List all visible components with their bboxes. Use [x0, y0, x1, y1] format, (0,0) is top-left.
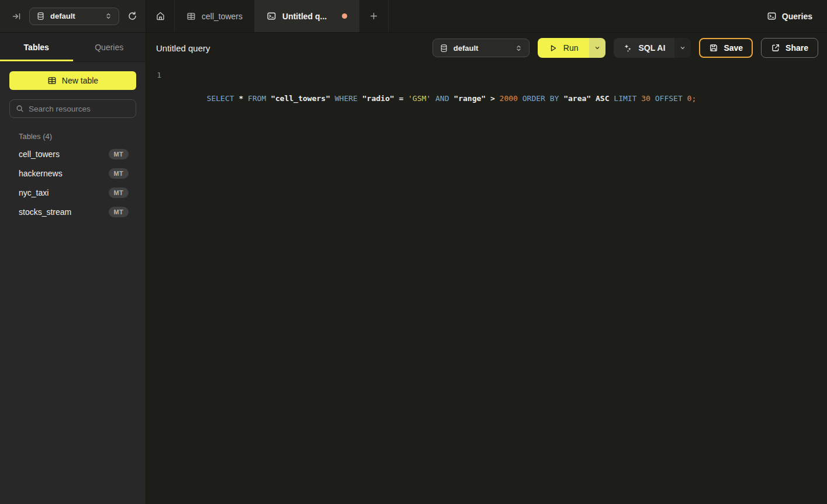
- tab-label: Untitled q...: [282, 12, 327, 21]
- sidebar-header: default: [0, 0, 146, 32]
- sidebar-tabs: Tables Queries: [0, 33, 146, 62]
- sql-token: "radio": [362, 94, 399, 103]
- search-resources-box: [9, 99, 136, 118]
- tab-label: cell_towers: [202, 12, 243, 21]
- sidebar: Tables Queries New table Tables (4): [0, 33, 146, 504]
- sql-token: LIMIT: [614, 94, 641, 103]
- sql-token: "area": [563, 94, 596, 103]
- search-icon: [16, 105, 24, 113]
- sql-token: FROM: [248, 94, 271, 103]
- query-database-selector[interactable]: default: [432, 39, 530, 57]
- home-icon: [155, 11, 165, 21]
- sql-ai-split-button: SQL AI: [614, 38, 691, 58]
- tab-home[interactable]: [146, 0, 175, 32]
- table-engine-badge: MT: [109, 168, 129, 179]
- query-database-value: default: [454, 44, 510, 53]
- search-input[interactable]: [29, 105, 130, 113]
- table-engine-badge: MT: [109, 187, 129, 198]
- table-engine-badge: MT: [109, 207, 129, 217]
- sql-token: OFFSET: [655, 94, 687, 103]
- sql-ai-options-button[interactable]: [674, 38, 691, 58]
- sidebar-tab-tables[interactable]: Tables: [0, 33, 73, 61]
- sql-editor[interactable]: 1 SELECT * FROM "cell_towers" WHERE "rad…: [146, 63, 827, 504]
- refresh-button[interactable]: [126, 10, 139, 22]
- run-label: Run: [563, 43, 579, 53]
- query-title: Untitled query: [156, 43, 210, 53]
- chevron-up-down-icon: [105, 12, 112, 20]
- tab-cell-towers[interactable]: cell_towers: [175, 0, 255, 32]
- sql-token: AND: [435, 94, 454, 103]
- sql-ai-button[interactable]: SQL AI: [614, 38, 674, 58]
- sql-token: >: [490, 94, 500, 103]
- query-terminal-icon: [767, 11, 777, 21]
- share-button[interactable]: Share: [761, 38, 818, 58]
- sql-token: ASC: [596, 94, 614, 103]
- collapse-sidebar-icon: [12, 12, 21, 21]
- database-icon: [440, 44, 448, 53]
- database-selector-value: default: [50, 12, 99, 20]
- table-name: stocks_stream: [19, 207, 71, 217]
- share-external-icon: [771, 43, 780, 53]
- queries-panel-button[interactable]: Queries: [767, 0, 827, 32]
- line-number: 1: [146, 69, 161, 504]
- chevron-up-down-icon: [515, 44, 523, 52]
- sql-token: 'GSM': [408, 94, 435, 103]
- query-toolbar: Untitled query default: [146, 33, 827, 63]
- sidebar-tab-label: Tables: [24, 43, 49, 52]
- database-icon: [36, 12, 45, 20]
- sql-token: =: [399, 94, 408, 103]
- sql-token: 30: [641, 94, 655, 103]
- table-list-item[interactable]: stocks_stream MT: [0, 202, 146, 221]
- query-terminal-icon: [267, 11, 276, 21]
- table-list-item[interactable]: hackernews MT: [0, 164, 146, 183]
- app-window: default cell_towers: [0, 0, 827, 504]
- play-icon: [549, 44, 558, 53]
- run-options-button[interactable]: [589, 38, 605, 58]
- tab-untitled-query[interactable]: Untitled q...: [255, 0, 359, 32]
- table-list-item[interactable]: nyc_taxi MT: [0, 183, 146, 202]
- run-split-button: Run: [538, 38, 606, 58]
- collapse-sidebar-button[interactable]: [11, 11, 22, 22]
- new-tab-button[interactable]: [359, 0, 389, 32]
- sql-ai-label: SQL AI: [638, 43, 665, 53]
- database-selector[interactable]: default: [29, 8, 119, 25]
- table-name: cell_towers: [19, 150, 60, 159]
- table-icon: [47, 76, 57, 85]
- sql-code-line[interactable]: SELECT * FROM "cell_towers" WHERE "radio…: [170, 69, 696, 504]
- save-button[interactable]: Save: [699, 38, 753, 58]
- table-list-item[interactable]: cell_towers MT: [0, 144, 146, 164]
- run-button[interactable]: Run: [538, 38, 590, 58]
- refresh-icon: [127, 11, 137, 21]
- new-table-button[interactable]: New table: [9, 71, 136, 90]
- sql-token: SELECT: [207, 94, 239, 103]
- table-engine-badge: MT: [109, 149, 129, 159]
- save-label: Save: [724, 43, 743, 53]
- chevron-down-icon: [679, 44, 686, 51]
- sql-token: 0;: [687, 94, 697, 103]
- queries-panel-label: Queries: [782, 12, 812, 21]
- sql-token: *: [238, 94, 248, 103]
- table-name: hackernews: [19, 169, 63, 178]
- new-table-label: New table: [62, 76, 98, 85]
- table-name: nyc_taxi: [19, 188, 49, 197]
- main-panel: Untitled query default: [146, 33, 827, 504]
- plus-icon: [369, 12, 378, 20]
- sidebar-tab-queries[interactable]: Queries: [73, 33, 146, 61]
- sql-token: "cell_towers": [271, 94, 335, 103]
- floppy-disk-icon: [709, 43, 718, 53]
- sql-token: "range": [454, 94, 490, 103]
- sql-token: ORDER BY: [523, 94, 563, 103]
- sidebar-tab-label: Queries: [95, 43, 123, 52]
- sparkles-icon: [623, 43, 632, 53]
- table-icon: [186, 12, 196, 21]
- share-label: Share: [786, 43, 808, 53]
- sql-token: WHERE: [335, 94, 362, 103]
- chevron-down-icon: [594, 44, 601, 51]
- tables-list: cell_towers MT hackernews MT nyc_taxi MT: [0, 144, 146, 221]
- sql-token: 2000: [500, 94, 523, 103]
- tables-section-header: Tables (4): [19, 132, 136, 141]
- unsaved-changes-dot: [342, 13, 347, 19]
- top-bar: default cell_towers: [0, 0, 827, 33]
- tab-strip: cell_towers Untitled q... Queries: [146, 0, 827, 32]
